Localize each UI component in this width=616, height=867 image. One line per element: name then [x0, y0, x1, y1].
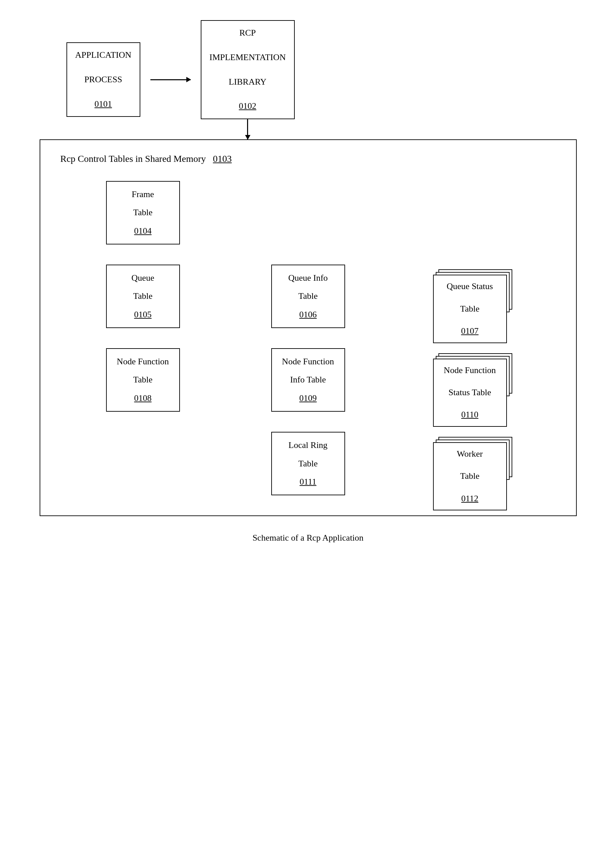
node-function-id: 0108: [134, 392, 152, 404]
node-status-front: Node Function Status Table 0110: [433, 359, 507, 427]
queue-status-front: Queue Status Table 0107: [433, 275, 507, 343]
worker-line1: Worker: [457, 448, 483, 460]
cell-queue: Queue Table 0105: [60, 264, 226, 328]
queue-table-id: 0105: [134, 308, 152, 321]
cell-frame: Frame Table 0104: [60, 181, 226, 244]
rcp-column: RCP IMPLEMENTATION LIBRARY 0102: [201, 20, 295, 139]
app-process-box: APPLICATION PROCESS 0101: [66, 42, 140, 117]
cell-local-ring: Local Ring Table 0111: [226, 432, 391, 495]
node-status-id: 0110: [461, 409, 478, 421]
cell-node-function-info: Node Function Info Table 0109: [226, 348, 391, 412]
queue-info-table-box: Queue Info Table 0106: [271, 264, 345, 328]
node-function-info-id: 0109: [299, 392, 317, 404]
cell-queue-info: Queue Info Table 0106: [226, 264, 391, 328]
queue-status-line2: Table: [460, 303, 479, 315]
full-diagram: APPLICATION PROCESS 0101 RCP IMPLEMENTAT…: [39, 20, 577, 543]
row-frame: Frame Table 0104: [60, 181, 556, 244]
queue-info-line1: Queue Info: [288, 272, 328, 284]
row-node: Node Function Table 0108 Node Function I…: [60, 348, 556, 412]
caption: Schematic of a Rcp Application: [39, 533, 577, 543]
cell-node-function-status: Node Function Status Table 0110: [391, 353, 556, 407]
queue-info-id: 0106: [299, 308, 317, 321]
queue-status-stacked: Queue Status Table 0107: [433, 269, 514, 323]
node-status-line1: Node Function: [444, 364, 496, 376]
local-ring-table-box: Local Ring Table 0111: [271, 432, 345, 495]
local-ring-line1: Local Ring: [288, 439, 327, 451]
app-process-id: 0101: [95, 98, 112, 110]
queue-info-line2: Table: [299, 290, 317, 302]
worker-front: Worker Table 0112: [433, 442, 507, 510]
node-function-info-line1: Node Function: [282, 356, 334, 368]
app-to-rcp-arrow: [150, 79, 191, 80]
worker-line2: Table: [460, 470, 479, 482]
node-function-table-box: Node Function Table 0108: [106, 348, 180, 412]
node-function-line2: Table: [133, 374, 152, 386]
cell-worker: Worker Table 0112: [391, 437, 556, 491]
shared-memory-id: 0103: [213, 153, 232, 164]
rcp-library-box: RCP IMPLEMENTATION LIBRARY 0102: [201, 20, 295, 119]
rcp-line3: LIBRARY: [229, 76, 267, 88]
app-process-line1: APPLICATION: [75, 49, 132, 61]
node-function-status-stacked: Node Function Status Table 0110: [433, 353, 514, 407]
node-function-line1: Node Function: [117, 356, 169, 368]
local-ring-id: 0111: [299, 476, 316, 488]
tables-grid: Frame Table 0104 Queue Table 0105: [60, 181, 556, 496]
frame-table-line2: Table: [133, 206, 152, 219]
queue-table-line1: Queue: [132, 272, 154, 284]
queue-table-line2: Table: [133, 290, 152, 302]
node-function-info-box: Node Function Info Table 0109: [271, 348, 345, 412]
rcp-to-shared-arrow: [247, 119, 248, 139]
worker-id: 0112: [461, 493, 478, 505]
top-row: APPLICATION PROCESS 0101 RCP IMPLEMENTAT…: [39, 20, 295, 139]
queue-status-id: 0107: [461, 325, 479, 337]
rcp-line1: RCP: [239, 27, 256, 39]
frame-table-line1: Frame: [132, 188, 154, 200]
rcp-id: 0102: [239, 100, 256, 112]
node-function-info-line2: Info Table: [290, 374, 326, 386]
shared-memory-label-text: Rcp Control Tables in Shared Memory: [60, 153, 206, 164]
app-process-line2: PROCESS: [84, 74, 122, 86]
queue-status-line1: Queue Status: [447, 280, 493, 293]
row-queue: Queue Table 0105 Queue Info Table 0106: [60, 264, 556, 328]
queue-table-box: Queue Table 0105: [106, 264, 180, 328]
frame-table-box: Frame Table 0104: [106, 181, 180, 244]
shared-memory-label: Rcp Control Tables in Shared Memory 0103: [60, 153, 556, 164]
row-local: Local Ring Table 0111 Worker Table 0112: [60, 432, 556, 495]
worker-stacked: Worker Table 0112: [433, 437, 514, 491]
cell-node-function: Node Function Table 0108: [60, 348, 226, 412]
frame-table-id: 0104: [134, 225, 152, 237]
cell-queue-status: Queue Status Table 0107: [391, 269, 556, 323]
rcp-line2: IMPLEMENTATION: [209, 51, 286, 63]
shared-memory-box: Rcp Control Tables in Shared Memory 0103…: [39, 139, 577, 516]
node-status-line2: Status Table: [448, 387, 491, 398]
caption-text: Schematic of a Rcp Application: [253, 533, 363, 543]
local-ring-line2: Table: [299, 458, 317, 470]
